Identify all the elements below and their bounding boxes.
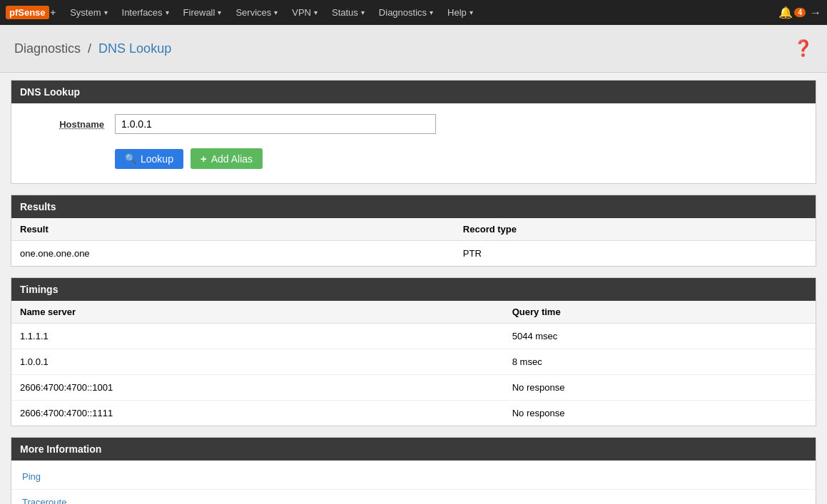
results-panel: Results Result Record type one.one.one.o… <box>11 195 816 267</box>
brand-logo: pfSense <box>6 6 49 19</box>
caret-icon: ▾ <box>430 9 433 16</box>
timings-panel-body: Name server Query time 1.1.1.15044 msec1… <box>11 301 816 426</box>
brand: pfSense + <box>6 6 56 19</box>
name-server-value: 2606:4700:4700::1001 <box>11 375 504 401</box>
caret-icon: ▾ <box>218 9 221 16</box>
hostname-input[interactable] <box>115 114 436 134</box>
table-row: 1.0.0.18 msec <box>11 349 816 375</box>
table-row: 2606:4700:4700::1111No response <box>11 401 816 426</box>
more-info-links: PingTraceroute <box>11 461 816 504</box>
nav-diagnostics[interactable]: Diagnostics ▾ <box>372 0 440 25</box>
hostname-label: Hostname <box>22 119 115 130</box>
query-time-value: No response <box>504 375 816 401</box>
name-server-value: 1.1.1.1 <box>11 324 504 349</box>
logout-button[interactable]: → <box>810 6 821 19</box>
dns-lookup-panel-body: Hostname 🔍 Lookup + Add Alias <box>11 103 816 183</box>
name-server-value: 2606:4700:4700::1111 <box>11 401 504 426</box>
notification-bell[interactable]: 🔔 4 <box>778 6 806 19</box>
caret-icon: ▾ <box>314 9 318 16</box>
help-icon[interactable]: ❓ <box>793 39 813 58</box>
col-query-time: Query time <box>504 301 816 324</box>
col-result: Result <box>11 218 455 241</box>
hostname-row: Hostname <box>22 114 805 134</box>
col-name-server: Name server <box>11 301 504 324</box>
caret-icon: ▾ <box>274 9 278 16</box>
search-icon: 🔍 <box>125 153 136 164</box>
query-time-value: 8 msec <box>504 349 816 375</box>
query-time-value: No response <box>504 401 816 426</box>
nav-firewall[interactable]: Firewall ▾ <box>176 0 229 25</box>
caret-icon: ▾ <box>470 9 473 16</box>
table-row: 1.1.1.15044 msec <box>11 324 816 349</box>
nav-interfaces[interactable]: Interfaces ▾ <box>115 0 176 25</box>
caret-icon: ▾ <box>361 9 365 16</box>
nav-services[interactable]: Services ▾ <box>228 0 285 25</box>
bell-icon: 🔔 <box>778 6 793 19</box>
timings-panel-header: Timings <box>11 278 816 301</box>
more-info-panel: More Information PingTraceroute <box>11 437 816 504</box>
add-alias-button[interactable]: + Add Alias <box>191 148 263 169</box>
breadcrumb: Diagnostics / DNS Lookup <box>14 41 171 56</box>
nav-items: System ▾ Interfaces ▾ Firewall ▾ Service… <box>63 0 778 25</box>
results-panel-body: Result Record type one.one.one.onePTR <box>11 218 816 266</box>
dns-lookup-panel: DNS Lookup Hostname 🔍 Lookup + Add Alias <box>11 80 816 184</box>
nav-system[interactable]: System ▾ <box>63 0 114 25</box>
lookup-button[interactable]: 🔍 Lookup <box>115 149 183 169</box>
results-panel-header: Results <box>11 195 816 218</box>
breadcrumb-current: DNS Lookup <box>98 41 171 56</box>
name-server-value: 1.0.0.1 <box>11 349 504 375</box>
navbar: pfSense + System ▾ Interfaces ▾ Firewall… <box>0 0 827 25</box>
table-row: one.one.one.onePTR <box>11 241 816 267</box>
timings-table: Name server Query time 1.1.1.15044 msec1… <box>11 301 816 426</box>
brand-plus: + <box>51 7 56 18</box>
caret-icon: ▾ <box>104 9 108 16</box>
bell-count: 4 <box>794 8 806 17</box>
query-time-value: 5044 msec <box>504 324 816 349</box>
more-info-panel-header: More Information <box>11 438 816 461</box>
more-info-link[interactable]: Ping <box>11 464 816 490</box>
nav-help[interactable]: Help ▾ <box>440 0 480 25</box>
col-record-type: Record type <box>455 218 816 241</box>
table-row: 2606:4700:4700::1001No response <box>11 375 816 401</box>
breadcrumb-bar: Diagnostics / DNS Lookup ❓ <box>0 25 827 73</box>
more-info-link[interactable]: Traceroute <box>11 490 816 504</box>
timings-header-row: Name server Query time <box>11 301 816 324</box>
results-table-header-row: Result Record type <box>11 218 816 241</box>
dns-lookup-panel-header: DNS Lookup <box>11 81 816 103</box>
result-value: one.one.one.one <box>11 241 455 267</box>
nav-right: 🔔 4 → <box>778 6 821 19</box>
breadcrumb-separator: / <box>88 41 91 56</box>
action-buttons: 🔍 Lookup + Add Alias <box>22 141 805 173</box>
record-type-value: PTR <box>455 241 816 267</box>
results-table: Result Record type one.one.one.onePTR <box>11 218 816 266</box>
nav-vpn[interactable]: VPN ▾ <box>285 0 325 25</box>
plus-icon: + <box>201 153 207 165</box>
breadcrumb-parent: Diagnostics <box>14 41 81 56</box>
main-content: DNS Lookup Hostname 🔍 Lookup + Add Alias… <box>0 73 827 504</box>
nav-status[interactable]: Status ▾ <box>325 0 372 25</box>
timings-panel: Timings Name server Query time 1.1.1.150… <box>11 277 816 426</box>
caret-icon: ▾ <box>166 9 169 16</box>
